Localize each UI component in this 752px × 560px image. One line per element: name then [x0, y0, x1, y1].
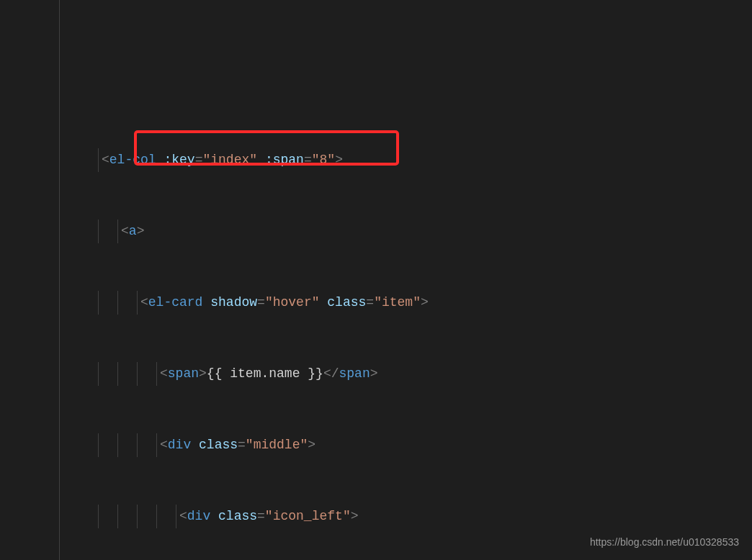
code-line[interactable]: <a>	[0, 220, 752, 243]
code-line[interactable]: <div class="middle">	[0, 433, 752, 457]
code-line[interactable]: <el-col :key="index" :span="8">	[0, 148, 752, 172]
code-line[interactable]: <span>{{ item.name }}</span>	[0, 362, 752, 386]
watermark-text: https://blog.csdn.net/u010328533	[590, 530, 739, 554]
code-line[interactable]: <el-card shadow="hover" class="item">	[0, 291, 752, 315]
code-line[interactable]: <div class="icon_left">	[0, 505, 752, 528]
indent-guides	[0, 0, 31, 560]
code-editor[interactable]: <el-col :key="index" :span="8"> <a> <el-…	[0, 0, 752, 560]
